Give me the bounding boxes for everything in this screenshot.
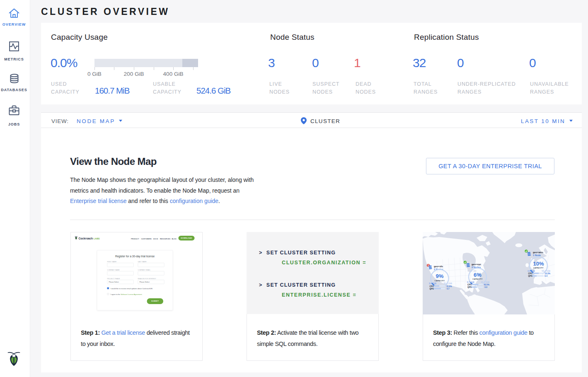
svg-text:geo=nyc: geo=nyc [472,263,481,266]
svg-text:4.7: 4.7 [447,288,450,290]
svg-text:43.7 GiB: 43.7 GiB [481,281,489,283]
svg-text:CAPACITY: CAPACITY [533,267,543,269]
svg-text:3.2 GiB: 3.2 GiB [429,282,436,285]
svg-text:9%: 9% [436,273,444,279]
svg-text:11.0%: 11.0% [446,285,452,288]
svg-text:0.4: 0.4 [544,275,547,277]
svg-text:QPS: QPS [430,288,434,290]
svg-text:CPU: CPU [430,285,434,288]
svg-text:3.7 GiB: 3.7 GiB [467,281,474,283]
svg-text:3.6 GiB: 3.6 GiB [528,270,535,272]
svg-text:1 Node: 1 Node [533,254,541,256]
svg-text:54.4 GiB: 54.4 GiB [542,270,550,272]
svg-text:13.3%: 13.3% [544,273,550,275]
svg-text:CAPACITY: CAPACITY [472,278,482,280]
svg-text:CPU: CPU [528,273,533,275]
svg-text:CAPACITY: CAPACITY [435,280,445,282]
svg-text:QPS: QPS [467,286,472,288]
svg-text:QPS: QPS [528,275,533,277]
svg-text:geo=ams: geo=ams [533,251,543,254]
svg-text:10%: 10% [533,261,544,267]
svg-text:35.1 GiB: 35.1 GiB [443,282,452,285]
svg-text:CPU: CPU [467,284,472,286]
svg-text:geo=sfo: geo=sfo [434,265,443,268]
svg-text:6%: 6% [474,272,482,278]
svg-text:42.5%: 42.5% [484,284,489,286]
svg-text:0.0: 0.0 [484,286,487,288]
